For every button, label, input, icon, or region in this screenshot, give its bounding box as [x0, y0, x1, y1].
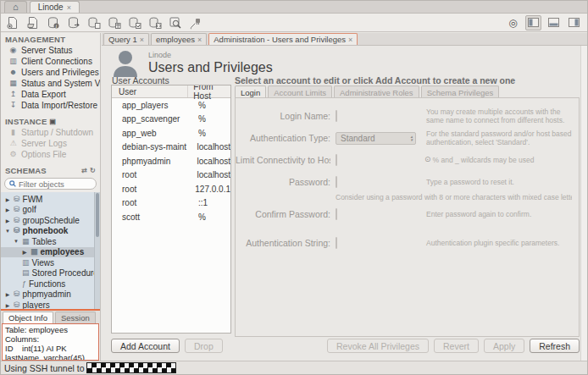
- info-tab[interactable]: Session: [55, 312, 96, 323]
- close-icon[interactable]: ×: [348, 36, 352, 44]
- editor-tab[interactable]: Administration - Users and Privileges ×: [208, 33, 358, 45]
- sidebar-item-startup-shutdown[interactable]: ▮ Startup / Shutdown: [1, 127, 100, 138]
- sidebar-item-data-export[interactable]: ↥ Data Export: [1, 89, 100, 100]
- detail-button[interactable]: Refresh: [530, 339, 580, 353]
- tree-item-groupschedule[interactable]: ▶ ⛁ groupSchedule: [1, 215, 100, 226]
- detail-tab[interactable]: Administrative Roles: [334, 85, 419, 98]
- close-icon[interactable]: ×: [67, 3, 71, 12]
- create-procedure-icon[interactable]: [147, 15, 163, 30]
- detail-button[interactable]: Revert: [434, 339, 479, 353]
- tree-item-views[interactable]: ▥ Views: [1, 257, 100, 268]
- editor-tab[interactable]: Query 1 ×: [103, 33, 149, 45]
- detail-tab[interactable]: Account Limits: [268, 85, 332, 98]
- table-row[interactable]: phpmyadmin localhost: [112, 154, 230, 168]
- search-data-icon[interactable]: [167, 15, 183, 30]
- tree-item-icon: ▥: [22, 259, 30, 267]
- toggle-left-panel-icon[interactable]: [525, 15, 541, 30]
- tree-item-phpmyadmin[interactable]: ▶ ⛁ phpmyadmin: [1, 290, 100, 301]
- field-input[interactable]: [336, 237, 337, 249]
- create-schema-icon[interactable]: [86, 15, 102, 30]
- create-table-icon[interactable]: [106, 15, 122, 30]
- reconnect-server-icon[interactable]: [187, 15, 203, 30]
- sidebar-item-server-logs[interactable]: ⚠ Server Logs: [1, 138, 100, 149]
- redacted-host-block: [86, 362, 176, 373]
- sidebar-item-server-status[interactable]: ◉ Server Status: [1, 45, 100, 56]
- field-input[interactable]: [336, 110, 337, 122]
- field-input[interactable]: [336, 176, 337, 188]
- target-icon[interactable]: ◎: [505, 15, 521, 30]
- expand-schemas-icon[interactable]: ⇄: [81, 167, 87, 174]
- sidebar-item-icon: ☻: [8, 69, 18, 76]
- sidebar-item-data-import[interactable]: ↧ Data Import/Restore: [1, 100, 100, 111]
- connect-database-icon[interactable]: [65, 15, 81, 30]
- toggle-right-panel-icon[interactable]: [566, 15, 582, 30]
- table-row[interactable]: root 127.0.0.1: [112, 182, 230, 196]
- expand-arrow-icon[interactable]: ▶: [4, 302, 11, 308]
- close-icon[interactable]: ×: [140, 36, 144, 44]
- account-button[interactable]: Add Account: [111, 339, 180, 353]
- sidebar-item-options-file[interactable]: ⚙ Options File: [1, 149, 100, 160]
- detail-tab-bar: Login Account Limits Administrative Role…: [235, 85, 499, 98]
- sidebar-item-client-connections[interactable]: ▥ Client Connections: [1, 56, 100, 67]
- expand-arrow-icon[interactable]: ▶: [4, 218, 11, 223]
- close-icon[interactable]: ×: [197, 36, 202, 44]
- home-tab[interactable]: ⌂: [4, 1, 27, 13]
- tree-item-players[interactable]: ▶ ⛁ players: [1, 300, 100, 309]
- expand-arrow-icon[interactable]: ▼: [4, 229, 11, 234]
- table-row[interactable]: root ::1: [112, 196, 230, 211]
- tree-item-golf[interactable]: ▶ ⛁ golf: [1, 205, 100, 216]
- field-input[interactable]: [336, 154, 337, 166]
- tree-item-functions[interactable]: ƒ Functions: [1, 278, 100, 290]
- table-row[interactable]: scott %: [112, 210, 230, 224]
- tree-item-stored-procedures[interactable]: ▤ Stored Procedures: [1, 268, 100, 279]
- expand-arrow-icon[interactable]: ▶: [21, 249, 28, 255]
- table-row[interactable]: debian-sys-maint localhost: [112, 141, 230, 155]
- sidebar-item-users-privileges[interactable]: ☻ Users and Privileges: [1, 67, 100, 78]
- table-row[interactable]: app_players %: [112, 98, 230, 113]
- new-sql-tab-icon[interactable]: [4, 15, 20, 30]
- cell-from-host: 127.0.0.1: [190, 185, 230, 194]
- tree-item-label: employees: [41, 247, 85, 256]
- window-tab-bar: ⌂ Linode ×: [1, 1, 587, 14]
- connection-tab[interactable]: Linode ×: [30, 1, 80, 13]
- detail-tab[interactable]: Schema Privileges: [421, 85, 500, 98]
- field-input[interactable]: [336, 208, 337, 220]
- refresh-schemas-icon[interactable]: ↻: [90, 167, 96, 174]
- form-fields-bottom: Confirm Password: ▴▾ Enter password agai…: [236, 207, 579, 250]
- table-row[interactable]: root localhost: [112, 168, 230, 183]
- table-row[interactable]: app_scavenger %: [112, 113, 230, 127]
- info-tab[interactable]: Object Info: [3, 312, 53, 323]
- field-helper: Authentication plugin specific parameter…: [424, 239, 559, 247]
- detail-tab[interactable]: Login: [235, 85, 266, 98]
- inspect-database-icon[interactable]: i: [45, 15, 61, 30]
- tree-item-fwm[interactable]: ▶ ⛁ FWM: [1, 194, 100, 205]
- create-view-icon[interactable]: [126, 15, 142, 30]
- form-row: Confirm Password: ▴▾ Enter password agai…: [236, 207, 579, 221]
- column-header-user[interactable]: User: [112, 85, 188, 97]
- tree-item-tables[interactable]: ▼ ▦ Tables: [1, 236, 100, 247]
- detail-button[interactable]: Revoke All Privileges: [327, 339, 429, 353]
- expand-arrow-icon[interactable]: ▶: [4, 196, 11, 202]
- table-body: app_players % app_scavenger % app_web %: [112, 98, 230, 224]
- account-button[interactable]: Drop: [185, 339, 223, 353]
- expand-arrow-icon[interactable]: ▶: [4, 207, 11, 212]
- user-accounts-table: User From Host app_players % app_scaveng…: [111, 85, 231, 334]
- sidebar-item-status-variables[interactable]: ▦ Status and System Variables: [1, 78, 100, 89]
- editor-tab[interactable]: employees ×: [151, 33, 207, 45]
- tree-item-icon: ⛁: [14, 227, 20, 234]
- editor-tab-label: Query 1: [108, 35, 137, 44]
- toggle-bottom-panel-icon[interactable]: [546, 15, 562, 30]
- sidebar-item-icon: ↧: [8, 102, 18, 109]
- content-scrollbar[interactable]: [580, 46, 587, 361]
- expand-arrow-icon[interactable]: ▶: [4, 291, 11, 297]
- expand-arrow-icon[interactable]: ▼: [13, 239, 19, 244]
- schema-tree-scrollbar[interactable]: [94, 192, 100, 309]
- schema-filter-input[interactable]: [19, 179, 90, 189]
- open-sql-script-icon[interactable]: [25, 15, 41, 30]
- tree-item-phonebook[interactable]: ▼ ⛁ phonebook: [1, 226, 100, 237]
- detail-button[interactable]: Apply: [484, 339, 524, 353]
- table-row[interactable]: app_web %: [112, 126, 230, 141]
- field-select[interactable]: Standard▴▾: [336, 132, 416, 145]
- tree-item-employees[interactable]: ▶ ▦ employees: [1, 247, 100, 258]
- editor-tab-label: employees: [156, 35, 195, 44]
